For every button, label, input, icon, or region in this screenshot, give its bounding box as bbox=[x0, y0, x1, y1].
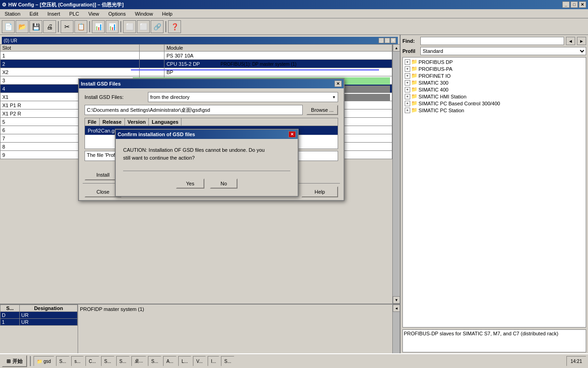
confirm-line-1: CAUTION: Installation OF GSD files canno… bbox=[123, 147, 265, 153]
file-list-header: File Release Version Languages bbox=[85, 118, 338, 126]
taskbar-item-3[interactable]: C... bbox=[85, 356, 99, 366]
dropdown-value: from the directory bbox=[150, 94, 190, 100]
file-col-version[interactable]: Version bbox=[125, 118, 149, 126]
start-button[interactable]: ⊞ 开始 bbox=[2, 355, 27, 367]
confirm-message: CAUTION: Installation OF GSD files canno… bbox=[123, 146, 290, 161]
taskbar-item-10[interactable]: V... bbox=[193, 356, 206, 366]
file-col-release[interactable]: Release bbox=[100, 118, 125, 126]
install-row-path: Browse ... bbox=[85, 105, 338, 115]
taskbar-item-7[interactable]: S... bbox=[148, 356, 161, 366]
install-gsd-title: Install GSD Files bbox=[81, 81, 121, 86]
confirm-dialog: Confirm installation of GSD files ✕ CAUT… bbox=[115, 129, 299, 197]
file-col-languages[interactable]: Languages bbox=[149, 118, 181, 126]
no-button[interactable]: No bbox=[210, 178, 237, 189]
yes-button[interactable]: Yes bbox=[176, 178, 204, 189]
path-input[interactable] bbox=[85, 105, 303, 115]
taskbar-item-2[interactable]: s... bbox=[71, 356, 84, 366]
help-button[interactable]: Help bbox=[301, 186, 338, 197]
taskbar-item-5[interactable]: S... bbox=[116, 356, 130, 366]
install-row-dropdown: Install GSD Files: from the directory ▼ bbox=[85, 92, 338, 102]
install-gsd-titlebar: Install GSD Files ✕ bbox=[79, 79, 344, 88]
browse-button[interactable]: Browse ... bbox=[306, 105, 338, 115]
install-source-dropdown[interactable]: from the directory ▼ bbox=[148, 92, 338, 102]
taskbar-item-11[interactable]: I... bbox=[208, 356, 219, 366]
confirm-title-text: Confirm installation of GSD files bbox=[118, 132, 195, 137]
taskbar-item-gsd[interactable]: 📁 gsd bbox=[34, 356, 54, 366]
confirm-titlebar: Confirm installation of GSD files ✕ bbox=[116, 130, 298, 139]
taskbar-item-6[interactable]: 桌... bbox=[131, 356, 146, 366]
install-gsd-close[interactable]: ✕ bbox=[334, 80, 342, 87]
confirm-close-btn[interactable]: ✕ bbox=[288, 131, 296, 138]
install-files-label: Install GSD Files: bbox=[85, 94, 144, 100]
clock-time: 14:21 bbox=[571, 359, 582, 364]
taskbar-item-9[interactable]: L... bbox=[178, 356, 191, 366]
taskbar-separator bbox=[30, 356, 31, 366]
taskbar-clock: 14:21 bbox=[566, 356, 586, 366]
taskbar-item-4[interactable]: S... bbox=[101, 356, 114, 366]
taskbar-item-12[interactable]: S... bbox=[221, 356, 234, 366]
confirm-buttons: Yes No bbox=[123, 175, 290, 192]
confirm-line-2: still want to continue the action? bbox=[123, 155, 195, 161]
taskbar: ⊞ 开始 📁 gsd S... s... C... S... S... 桌...… bbox=[0, 353, 588, 368]
confirm-body: CAUTION: Installation OF GSD files canno… bbox=[116, 139, 298, 196]
confirm-separator bbox=[123, 171, 290, 171]
start-icon: ⊞ bbox=[6, 358, 11, 364]
dropdown-arrow-icon: ▼ bbox=[332, 95, 336, 99]
taskbar-item-1[interactable]: S... bbox=[56, 356, 69, 366]
taskbar-item-8[interactable]: A... bbox=[163, 356, 176, 366]
overlay: Install GSD Files ✕ Install GSD Files: f… bbox=[0, 0, 588, 368]
status-text-content: The file 'Profi bbox=[87, 152, 116, 158]
file-col-file[interactable]: File bbox=[85, 118, 100, 126]
start-label: 开始 bbox=[12, 358, 23, 365]
